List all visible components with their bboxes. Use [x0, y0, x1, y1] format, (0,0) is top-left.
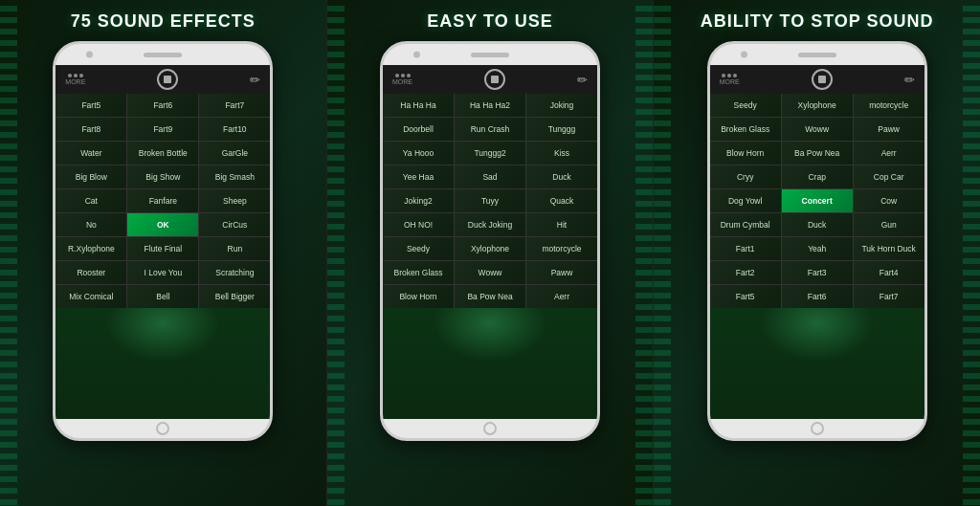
stop-button-left[interactable]	[157, 69, 178, 90]
sound-cell[interactable]: Mix Comical	[56, 285, 126, 308]
sound-cell[interactable]: Fart8	[56, 118, 126, 141]
sound-cell[interactable]: motorcycle	[526, 237, 597, 260]
sound-cell[interactable]: Fart9	[127, 118, 198, 141]
sound-cell[interactable]: Woww	[782, 118, 853, 141]
sound-cell[interactable]: Fanfare	[127, 189, 198, 212]
sound-cell[interactable]: Fart4	[854, 261, 924, 284]
sound-cell[interactable]: Cat	[56, 189, 126, 212]
sound-cell[interactable]: Xylophone	[455, 237, 525, 260]
sound-cell[interactable]: No	[56, 213, 126, 236]
sound-cell[interactable]: Ha Ha Ha2	[455, 94, 525, 117]
sound-cell[interactable]: Blow Horn	[383, 285, 454, 308]
sound-cell[interactable]: Quack	[526, 189, 597, 212]
stop-button-right[interactable]	[812, 69, 833, 90]
sound-cell[interactable]: Run Crash	[455, 118, 525, 141]
sound-cell[interactable]: Crap	[782, 165, 853, 188]
sound-cell[interactable]: Water	[56, 142, 126, 165]
camera-left	[86, 52, 93, 58]
sound-cell[interactable]: Concert	[782, 189, 853, 212]
home-button-left[interactable]	[156, 422, 169, 435]
sound-cell[interactable]: CirCus	[199, 213, 270, 236]
more-button-left[interactable]: MORE	[65, 74, 85, 85]
sound-cell[interactable]: Big Smash	[199, 165, 270, 188]
sound-cell[interactable]: Ba Pow Nea	[782, 142, 853, 165]
sound-cell[interactable]: Kiss	[526, 142, 597, 165]
sound-cell[interactable]: Fart5	[56, 94, 126, 117]
sound-cell[interactable]: Yee Haa	[383, 165, 454, 188]
phone-screen-mid: MORE ✏ Ha Ha HaHa Ha Ha2JokingDoorbellRu…	[383, 65, 597, 419]
edit-icon-left[interactable]: ✏	[250, 73, 260, 87]
sound-cell[interactable]: Big Blow	[56, 165, 126, 188]
sound-cell[interactable]: Run	[199, 237, 270, 260]
sound-cell[interactable]: GarGle	[199, 142, 270, 165]
sound-cell[interactable]: Woww	[455, 261, 525, 284]
sound-cell[interactable]: Broken Bottle	[127, 142, 198, 165]
sound-cell[interactable]: Drum Cymbal	[710, 213, 781, 236]
more-label-mid: MORE	[392, 78, 412, 85]
sound-cell[interactable]: Bell	[127, 285, 198, 308]
sound-cell[interactable]: R.Xylophone	[56, 237, 126, 260]
sound-cell[interactable]: I Love You	[127, 261, 198, 284]
sound-cell[interactable]: Ba Pow Nea	[455, 285, 525, 308]
sound-cell[interactable]: Paww	[526, 261, 597, 284]
sound-cell[interactable]: Fart6	[782, 285, 853, 308]
sound-cell[interactable]: Xylophone	[782, 94, 853, 117]
sound-cell[interactable]: Fart3	[782, 261, 853, 284]
sound-cell[interactable]: Fart10	[199, 118, 270, 141]
sound-cell[interactable]: Fart7	[854, 285, 924, 308]
sound-cell[interactable]: Tunggg2	[455, 142, 525, 165]
sound-cell[interactable]: Cryy	[710, 165, 781, 188]
edit-icon-right[interactable]: ✏	[904, 73, 915, 87]
sound-cell[interactable]: Joking	[526, 94, 597, 117]
sound-cell[interactable]: Seedy	[383, 237, 454, 260]
speaker-mid	[471, 53, 509, 57]
sound-cell[interactable]: Joking2	[383, 189, 454, 212]
sound-cell[interactable]: Ya Hooo	[383, 142, 454, 165]
sound-cell[interactable]: Duck Joking	[455, 213, 525, 236]
sound-cell[interactable]: Big Show	[127, 165, 198, 188]
sound-cell[interactable]: Tunggg	[526, 118, 597, 141]
sound-cell[interactable]: Broken Glass	[383, 261, 454, 284]
sound-cell[interactable]: motorcycle	[854, 94, 924, 117]
sound-cell[interactable]: Blow Horn	[710, 142, 781, 165]
sound-cell[interactable]: Fart5	[710, 285, 781, 308]
sound-cell[interactable]: Yeah	[782, 237, 853, 260]
sound-cell[interactable]: Seedy	[710, 94, 781, 117]
sound-cell[interactable]: Doorbell	[383, 118, 454, 141]
sound-cell[interactable]: Aerr	[526, 285, 597, 308]
more-button-right[interactable]: MORE	[720, 74, 740, 85]
sound-cell[interactable]: Sad	[455, 165, 525, 188]
stop-icon-left	[164, 76, 171, 83]
sound-cell[interactable]: Ha Ha Ha	[383, 94, 454, 117]
more-button-mid[interactable]: MORE	[392, 74, 412, 85]
stop-button-mid[interactable]	[484, 69, 505, 90]
edit-icon-mid[interactable]: ✏	[577, 73, 588, 87]
sound-cell[interactable]: Cow	[854, 189, 924, 212]
sound-cell[interactable]: Sheep	[199, 189, 270, 212]
sound-cell[interactable]: Fart7	[199, 94, 270, 117]
home-button-right[interactable]	[811, 422, 824, 435]
sound-cell[interactable]: Dog Yowl	[710, 189, 781, 212]
section-mid-title: EASY TO USE	[427, 11, 552, 32]
sound-cell[interactable]: Fart6	[127, 94, 198, 117]
sound-cell[interactable]: OK	[127, 213, 198, 236]
sound-cell[interactable]: Scratching	[199, 261, 270, 284]
sound-cell[interactable]: Duck	[782, 213, 853, 236]
sound-cell[interactable]: Aerr	[854, 142, 924, 165]
sound-cell[interactable]: Cop Car	[854, 165, 924, 188]
sound-cell[interactable]: Paww	[854, 118, 924, 141]
home-button-mid[interactable]	[483, 422, 497, 435]
sound-cell[interactable]: OH NO!	[383, 213, 454, 236]
sound-grid-mid: Ha Ha HaHa Ha Ha2JokingDoorbellRun Crash…	[383, 94, 597, 308]
sound-cell[interactable]: Rooster	[56, 261, 126, 284]
sound-cell[interactable]: Tuyy	[455, 189, 525, 212]
sound-cell[interactable]: Duck	[526, 165, 597, 188]
sound-cell[interactable]: Fart1	[710, 237, 781, 260]
sound-cell[interactable]: Broken Glass	[710, 118, 781, 141]
sound-cell[interactable]: Tuk Horn Duck	[854, 237, 924, 260]
sound-cell[interactable]: Gun	[854, 213, 924, 236]
sound-cell[interactable]: Bell Bigger	[199, 285, 270, 308]
sound-cell[interactable]: Flute Final	[127, 237, 198, 260]
sound-cell[interactable]: Fart2	[710, 261, 781, 284]
sound-cell[interactable]: Hit	[526, 213, 597, 236]
